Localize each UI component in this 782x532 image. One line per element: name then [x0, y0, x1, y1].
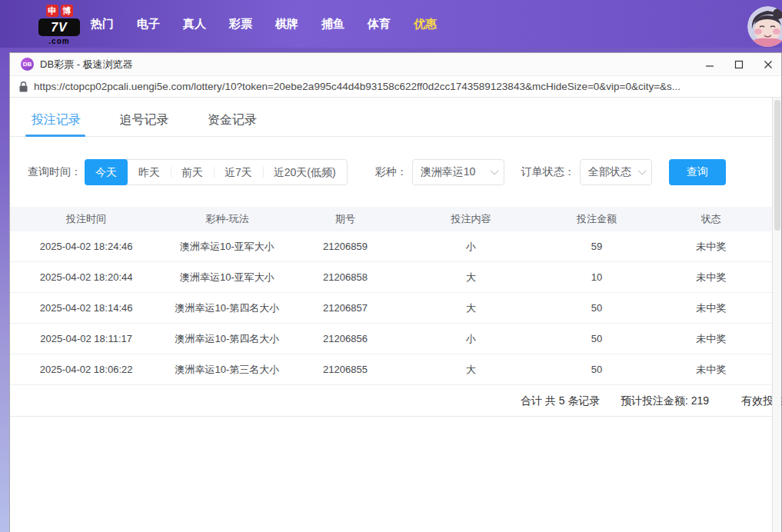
url-text: https://ctopcp02pcali.uengi5e.com/lotter… — [34, 81, 772, 92]
table-header-row: 投注时间 彩种-玩法 期号 投注内容 投注金额 状态 — [10, 207, 772, 231]
cell-bet-time: 2025-04-02 18:06:22 — [10, 364, 162, 375]
cell-bet-content: 大 — [398, 363, 543, 377]
chevron-down-icon — [637, 166, 646, 175]
close-icon[interactable] — [763, 59, 774, 70]
webpage-content: 投注记录 追号记录 资金记录 查询时间： 今天 昨天 前天 近7天 近20天(低… — [10, 98, 781, 532]
logo-badge-2: 博 — [61, 5, 73, 17]
time-option-7days[interactable]: 近7天 — [214, 160, 263, 185]
site-logo[interactable]: 申 博 7V .com — [37, 5, 82, 45]
cell-bet-content: 小 — [398, 332, 543, 346]
cell-bet-amount: 50 — [544, 302, 651, 314]
col-lottery-play: 彩种-玩法 — [162, 212, 291, 226]
table-row: 2025-04-02 18:24:46 澳洲幸运10-亚军大小 21206859… — [10, 231, 772, 262]
cell-status: 未中奖 — [650, 271, 772, 284]
cell-issue: 21206855 — [292, 364, 399, 375]
summary-record-count: 合计 共 5 条记录 — [521, 394, 600, 408]
cell-lottery-play: 澳洲幸运10-亚军大小 — [162, 240, 291, 254]
cell-issue: 21206856 — [292, 333, 399, 344]
window-title: DB彩票 - 极速浏览器 — [40, 58, 133, 71]
table-row: 2025-04-02 18:11:17 澳洲幸运10-第四名大小 2120685… — [10, 324, 772, 354]
tab-chase-records[interactable]: 追号记录 — [119, 112, 168, 128]
cell-lottery-play: 澳洲幸运10-第四名大小 — [162, 301, 291, 315]
order-status-value: 全部状态 — [588, 165, 631, 179]
time-option-daybefore[interactable]: 前天 — [171, 160, 214, 185]
lottery-filter-label: 彩种： — [375, 165, 408, 179]
bet-records-table: 投注时间 彩种-玩法 期号 投注内容 投注金额 状态 2025-04-02 18… — [10, 207, 772, 385]
time-option-today[interactable]: 今天 — [85, 159, 128, 185]
nav-item-board[interactable]: 棋牌 — [264, 17, 310, 32]
lottery-select[interactable]: 澳洲幸运10 — [412, 159, 504, 185]
cell-bet-time: 2025-04-02 18:14:46 — [10, 302, 162, 314]
time-option-yesterday[interactable]: 昨天 — [128, 160, 171, 185]
cell-bet-content: 大 — [398, 271, 543, 284]
col-bet-content: 投注内容 — [398, 212, 543, 226]
search-button[interactable]: 查询 — [669, 159, 726, 185]
maximize-icon[interactable] — [734, 59, 744, 70]
cell-bet-amount: 50 — [544, 333, 651, 344]
page-scrollbar[interactable] — [772, 98, 781, 532]
active-tab-underline — [25, 135, 85, 137]
cell-bet-time: 2025-04-02 18:24:46 — [10, 241, 162, 252]
minimize-icon[interactable] — [704, 59, 715, 70]
user-avatar[interactable] — [747, 6, 782, 47]
top-navbar: 申 博 7V .com 热门 电子 真人 彩票 棋牌 捕鱼 体育 优惠 — [0, 0, 782, 48]
window-controls — [704, 53, 774, 76]
nav-item-sports[interactable]: 体育 — [356, 17, 402, 32]
table-row: 2025-04-02 18:20:44 澳洲幸运10-亚军大小 21206858… — [10, 262, 772, 293]
nav-item-fishing[interactable]: 捕鱼 — [310, 17, 356, 32]
address-bar[interactable]: https://ctopcp02pcali.uengi5e.com/lotter… — [10, 76, 781, 98]
col-issue: 期号 — [292, 212, 399, 226]
col-bet-amount: 投注金额 — [544, 212, 651, 226]
cell-bet-amount: 50 — [544, 364, 651, 375]
tab-bet-records[interactable]: 投注记录 — [32, 112, 81, 128]
table-row: 2025-04-02 18:06:22 澳洲幸运10-第三名大小 2120685… — [10, 354, 772, 385]
cell-lottery-play: 澳洲幸运10-第三名大小 — [162, 363, 291, 377]
record-tabs: 投注记录 追号记录 资金记录 — [10, 98, 781, 137]
tab-fund-records[interactable]: 资金记录 — [208, 112, 257, 128]
nav-item-lottery[interactable]: 彩票 — [218, 17, 264, 32]
col-bet-time: 投注时间 — [10, 212, 162, 226]
cell-bet-amount: 59 — [544, 241, 651, 252]
col-status: 状态 — [650, 212, 772, 226]
cell-status: 未中奖 — [650, 332, 772, 346]
logo-badges: 申 博 — [37, 5, 82, 17]
chevron-down-icon — [490, 166, 498, 175]
cell-issue: 21206858 — [292, 271, 399, 283]
logo-suffix: .com — [37, 37, 82, 45]
cell-status: 未中奖 — [650, 240, 772, 254]
cell-bet-content: 大 — [398, 301, 543, 315]
status-filter-label: 订单状态： — [521, 165, 575, 179]
cell-status: 未中奖 — [650, 301, 772, 315]
lock-icon[interactable] — [19, 81, 28, 92]
order-status-select[interactable]: 全部状态 — [580, 159, 652, 185]
cell-issue: 21206859 — [292, 241, 399, 252]
scrollbar-thumb[interactable] — [774, 100, 780, 231]
window-titlebar: DB DB彩票 - 极速浏览器 — [10, 53, 781, 76]
nav-item-slots[interactable]: 电子 — [125, 17, 171, 32]
nav-menu: 热门 电子 真人 彩票 棋牌 捕鱼 体育 优惠 — [79, 0, 448, 48]
cell-status: 未中奖 — [650, 363, 772, 377]
nav-item-live[interactable]: 真人 — [171, 17, 218, 32]
cell-lottery-play: 澳洲幸运10-第四名大小 — [162, 332, 291, 346]
cell-issue: 21206857 — [292, 302, 399, 314]
nav-item-promo[interactable]: 优惠 — [402, 17, 448, 32]
nav-item-hot[interactable]: 热门 — [79, 17, 125, 32]
logo-badge-1: 申 — [46, 5, 58, 17]
table-summary-row: 合计 共 5 条记录 预计投注金额: 219 有效投注 — [10, 385, 772, 417]
cell-bet-time: 2025-04-02 18:11:17 — [10, 333, 162, 344]
table-row: 2025-04-02 18:14:46 澳洲幸运10-第四名大小 2120685… — [10, 293, 772, 324]
site-favicon-icon: DB — [21, 58, 34, 71]
time-option-20days[interactable]: 近20天(低频) — [263, 160, 347, 185]
logo-main-text: 7V — [38, 18, 80, 36]
cell-bet-content: 小 — [398, 240, 543, 254]
time-range-group: 今天 昨天 前天 近7天 近20天(低频) — [85, 159, 348, 185]
cell-bet-time: 2025-04-02 18:20:44 — [10, 271, 162, 283]
browser-window: DB DB彩票 - 极速浏览器 https://ctopcp02pcali.ue… — [9, 52, 782, 532]
avatar-image — [747, 6, 782, 47]
time-filter-label: 查询时间： — [28, 165, 82, 179]
cell-bet-amount: 10 — [544, 271, 651, 283]
cell-lottery-play: 澳洲幸运10-亚军大小 — [162, 271, 291, 284]
filter-bar: 查询时间： 今天 昨天 前天 近7天 近20天(低频) 彩种： 澳洲幸运10 订… — [10, 159, 781, 185]
lottery-select-value: 澳洲幸运10 — [421, 165, 476, 179]
summary-estimated-amount: 预计投注金额: 219 — [621, 394, 709, 408]
